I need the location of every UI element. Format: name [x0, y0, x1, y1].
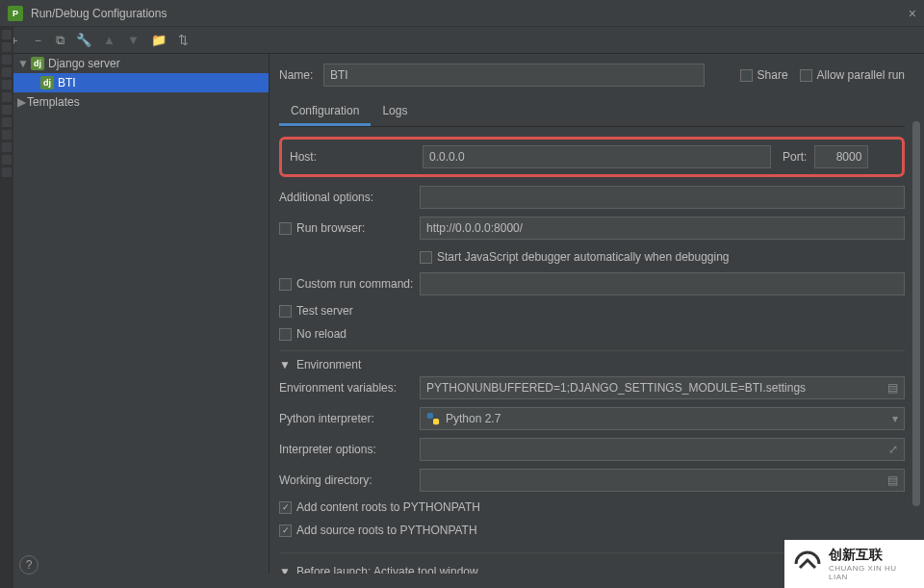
checkbox-icon	[740, 69, 753, 82]
env-header-label: Environment	[296, 358, 361, 371]
chevron-right-icon: ▶	[17, 95, 27, 109]
run-browser-label: Run browser:	[296, 221, 365, 235]
watermark-brand: 创新互联	[829, 547, 883, 562]
watermark-sub: CHUANG XIN HU LIAN	[829, 564, 916, 581]
custom-run-cmd-input[interactable]	[420, 272, 905, 295]
tree-label: Django server	[48, 57, 120, 70]
add-content-roots-label: Add content roots to PYTHONPATH	[296, 500, 480, 514]
checkbox-icon	[279, 328, 292, 341]
no-reload-checkbox[interactable]: No reload	[279, 327, 346, 341]
title-bar: P Run/Debug Configurations ×	[0, 0, 924, 27]
run-browser-input[interactable]	[420, 217, 905, 240]
vertical-scrollbar[interactable]	[912, 121, 920, 574]
chevron-down-icon: ▼	[279, 358, 291, 371]
expand-icon[interactable]: ⤢	[888, 443, 898, 456]
add-source-roots-checkbox[interactable]: ✓ Add source roots to PYTHONPATH	[279, 524, 477, 537]
port-input[interactable]	[814, 145, 868, 168]
name-label: Name:	[279, 68, 323, 82]
checkbox-checked-icon: ✓	[279, 524, 292, 537]
name-input[interactable]	[323, 64, 705, 87]
share-label: Share	[757, 68, 788, 82]
checkbox-icon	[279, 222, 292, 235]
checkbox-icon	[800, 69, 812, 82]
interp-opts-input[interactable]: ⤢	[420, 438, 905, 461]
custom-run-cmd-label: Custom run command:	[296, 277, 413, 291]
wrench-icon[interactable]: 🔧	[76, 33, 91, 47]
remove-icon[interactable]: －	[32, 32, 44, 49]
environment-section-header[interactable]: ▼ Environment	[279, 350, 905, 373]
tab-logs[interactable]: Logs	[371, 98, 419, 126]
allow-parallel-checkbox[interactable]: Allow parallel run	[800, 68, 905, 82]
env-vars-input[interactable]: PYTHONUNBUFFERED=1;DJANGO_SETTINGS_MODUL…	[420, 376, 905, 399]
checkbox-icon	[279, 278, 292, 291]
test-server-checkbox[interactable]: Test server	[279, 304, 353, 318]
host-input[interactable]	[423, 145, 771, 168]
tree-label: Templates	[27, 95, 80, 109]
copy-icon[interactable]: ⧉	[56, 33, 64, 48]
host-port-row: Host: Port:	[279, 137, 905, 177]
test-server-label: Test server	[296, 304, 353, 318]
host-label: Host:	[290, 150, 423, 164]
folder-icon[interactable]: 📁	[151, 33, 167, 47]
browse-icon[interactable]: ▤	[887, 381, 898, 395]
chevron-down-icon: ▼	[17, 57, 27, 70]
port-label: Port:	[783, 150, 807, 164]
python-icon	[426, 412, 440, 425]
additional-options-input[interactable]	[420, 186, 905, 209]
add-source-roots-label: Add source roots to PYTHONPATH	[296, 524, 477, 537]
before-launch-label: Before launch: Activate tool window	[296, 565, 478, 574]
tab-configuration[interactable]: Configuration	[279, 98, 371, 126]
watermark-logo-icon	[792, 549, 823, 579]
start-js-debugger-checkbox[interactable]: Start JavaScript debugger automatically …	[420, 250, 730, 264]
env-vars-label: Environment variables:	[279, 381, 420, 395]
config-tree: ▼ dj Django server dj BTI ▶ Templates	[0, 54, 270, 574]
folder-icon[interactable]: ▤	[887, 473, 898, 487]
py-interp-value: Python 2.7	[446, 412, 500, 425]
start-js-debugger-label: Start JavaScript debugger automatically …	[437, 250, 730, 264]
tree-label: BTI	[58, 76, 76, 89]
django-icon: dj	[40, 76, 54, 89]
tree-templates[interactable]: ▶ Templates	[0, 92, 269, 112]
checkbox-checked-icon: ✓	[279, 501, 292, 514]
app-logo-icon: P	[8, 6, 23, 21]
svg-rect-1	[433, 419, 439, 424]
working-dir-label: Working directory:	[279, 473, 420, 487]
scrollbar-thumb[interactable]	[912, 121, 920, 506]
sort-icon[interactable]: ⇅	[178, 33, 189, 47]
close-icon[interactable]: ×	[909, 6, 916, 21]
run-browser-checkbox[interactable]: Run browser:	[279, 221, 420, 235]
tree-django-server[interactable]: ▼ dj Django server	[0, 54, 269, 73]
share-checkbox[interactable]: Share	[740, 68, 788, 82]
allow-parallel-label: Allow parallel run	[817, 68, 905, 82]
env-vars-value: PYTHONUNBUFFERED=1;DJANGO_SETTINGS_MODUL…	[426, 381, 806, 395]
svg-rect-0	[427, 413, 433, 419]
add-content-roots-checkbox[interactable]: ✓ Add content roots to PYTHONPATH	[279, 500, 480, 514]
up-icon[interactable]: ▲	[103, 33, 116, 47]
checkbox-icon	[420, 251, 432, 264]
interp-opts-label: Interpreter options:	[279, 443, 420, 456]
py-interp-label: Python interpreter:	[279, 412, 420, 425]
py-interp-select[interactable]: Python 2.7 ▾	[420, 407, 905, 430]
content-area: Name: Share Allow parallel run Configura…	[270, 54, 924, 574]
window-title: Run/Debug Configurations	[31, 7, 909, 20]
watermark: 创新互联 CHUANG XIN HU LIAN	[784, 540, 924, 588]
tree-item-bti[interactable]: dj BTI	[0, 73, 269, 92]
custom-run-cmd-checkbox[interactable]: Custom run command:	[279, 277, 420, 291]
help-button[interactable]: ?	[19, 555, 38, 575]
toolbar: ＋ － ⧉ 🔧 ▲ ▼ 📁 ⇅	[0, 27, 924, 54]
additional-options-label: Additional options:	[279, 191, 420, 204]
chevron-down-icon: ▼	[279, 565, 291, 574]
django-icon: dj	[31, 57, 44, 70]
checkbox-icon	[279, 305, 292, 318]
chevron-down-icon: ▾	[892, 412, 898, 425]
working-dir-input[interactable]: ▤	[420, 469, 905, 492]
no-reload-label: No reload	[296, 327, 346, 341]
down-icon[interactable]: ▼	[127, 33, 140, 47]
